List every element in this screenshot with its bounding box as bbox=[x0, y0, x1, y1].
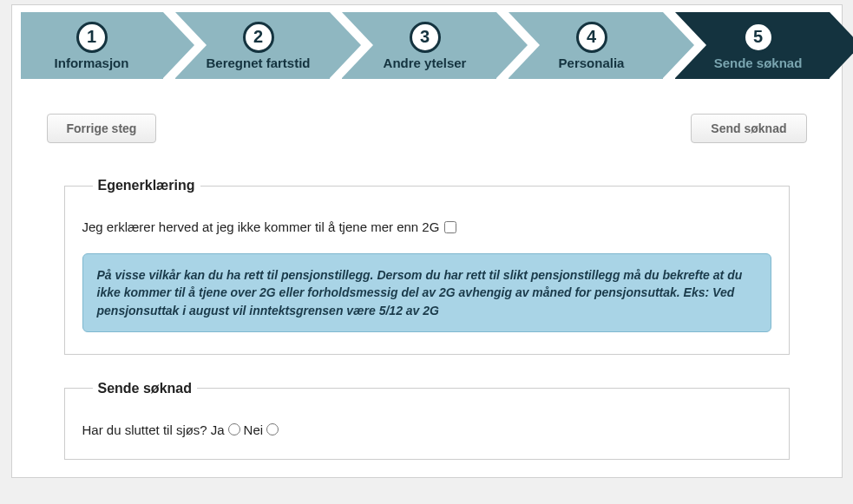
sendesoknad-section: Sende søknad Har du sluttet til sjøs? Ja… bbox=[64, 381, 790, 460]
sendesoknad-fieldset: Sende søknad Har du sluttet til sjøs? Ja… bbox=[64, 381, 790, 460]
step-number: 2 bbox=[243, 22, 274, 53]
egenerklaering-legend: Egenerklæring bbox=[93, 178, 200, 193]
quit-sea-no-radio[interactable] bbox=[266, 423, 279, 435]
quit-sea-question: Har du sluttet til sjøs? bbox=[82, 422, 207, 437]
submit-application-button[interactable]: Send søknad bbox=[691, 114, 806, 143]
step-5[interactable]: 5 Sende søknad bbox=[675, 12, 830, 79]
egenerklaering-fieldset: Egenerklæring Jeg erklærer herved at jeg… bbox=[64, 178, 790, 355]
radio-yes-label: Ja bbox=[211, 422, 225, 437]
nav-buttons: Forrige steg Send søknad bbox=[12, 79, 842, 152]
step-label: Beregnet fartstid bbox=[206, 56, 310, 70]
info-box: På visse vilkår kan du ha rett til pensj… bbox=[82, 253, 771, 332]
step-indicator: 1 Informasjon 2 Beregnet fartstid 3 Andr… bbox=[12, 5, 842, 79]
declaration-checkbox[interactable] bbox=[444, 221, 456, 233]
step-number: 3 bbox=[410, 22, 441, 53]
radio-no-label: Nei bbox=[244, 422, 264, 437]
quit-sea-yes-radio[interactable] bbox=[228, 423, 240, 435]
step-number: 1 bbox=[76, 22, 108, 53]
declaration-text: Jeg erklærer herved at jeg ikke kommer t… bbox=[82, 219, 440, 234]
egenerklaering-section: Egenerklæring Jeg erklærer herved at jeg… bbox=[64, 178, 790, 355]
step-2[interactable]: 2 Beregnet fartstid bbox=[175, 12, 330, 79]
step-3[interactable]: 3 Andre ytelser bbox=[342, 12, 496, 79]
step-label: Personalia bbox=[559, 56, 625, 70]
declaration-row: Jeg erklærer herved at jeg ikke kommer t… bbox=[82, 219, 771, 234]
step-1[interactable]: 1 Informasjon bbox=[21, 12, 163, 79]
step-label: Informasjon bbox=[55, 56, 129, 70]
step-number: 5 bbox=[743, 22, 774, 53]
quit-sea-question-row: Har du sluttet til sjøs? Ja Nei bbox=[82, 422, 771, 437]
wizard-container: 1 Informasjon 2 Beregnet fartstid 3 Andr… bbox=[11, 4, 843, 478]
previous-step-button[interactable]: Forrige steg bbox=[47, 114, 157, 143]
sendesoknad-legend: Sende søknad bbox=[93, 381, 197, 396]
step-4[interactable]: 4 Personalia bbox=[509, 12, 663, 79]
step-label: Sende søknad bbox=[714, 56, 803, 70]
step-number: 4 bbox=[576, 22, 607, 53]
step-label: Andre ytelser bbox=[384, 56, 467, 70]
